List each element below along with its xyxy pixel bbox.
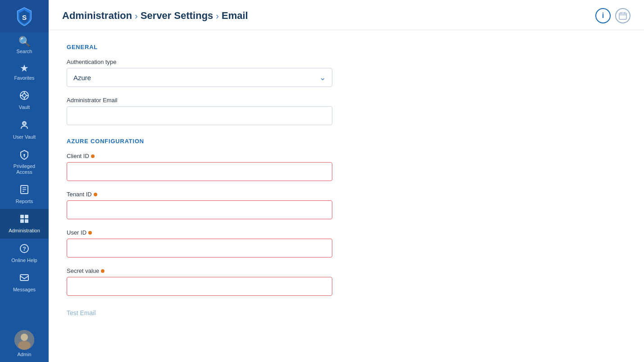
breadcrumb-server-settings: Server Settings xyxy=(141,10,213,22)
sidebar-item-label: Online Help xyxy=(11,258,37,263)
svg-text:?: ? xyxy=(23,245,26,252)
auth-type-group: Authentication type Azure Basic None ⌄ xyxy=(67,59,436,87)
user-id-label: User ID xyxy=(67,229,436,236)
user-id-group: User ID xyxy=(67,229,436,258)
client-id-group: Client ID xyxy=(67,153,436,181)
sidebar-item-online-help[interactable]: ? Online Help xyxy=(0,239,49,268)
sidebar-item-vault[interactable]: Vault xyxy=(0,86,49,115)
svg-point-2 xyxy=(23,94,26,97)
breadcrumb: Administration › Server Settings › Email xyxy=(62,10,248,22)
sidebar-item-label: PrivilegedAccess xyxy=(14,163,35,175)
azure-section-title: AZURE CONFIGURATION xyxy=(67,138,436,145)
tenant-id-input[interactable] xyxy=(67,200,332,219)
secret-value-label: Secret value xyxy=(67,267,436,274)
svg-point-8 xyxy=(23,122,25,124)
vault-icon xyxy=(19,90,30,103)
sidebar-item-favorites[interactable]: ★ Favorites xyxy=(0,59,49,86)
tenant-id-label: Tenant ID xyxy=(67,191,436,198)
form-content: GENERAL Authentication type Azure Basic … xyxy=(49,30,454,330)
svg-point-9 xyxy=(23,154,25,156)
sidebar-item-label: User Vault xyxy=(13,134,36,140)
breadcrumb-email: Email xyxy=(222,10,248,22)
required-indicator xyxy=(91,154,95,158)
required-indicator xyxy=(88,231,92,235)
administration-icon xyxy=(19,213,30,226)
user-id-input[interactable] xyxy=(67,239,332,258)
main-content: Administration › Server Settings › Email… xyxy=(49,0,644,362)
search-icon: 🔍 xyxy=(18,37,31,47)
svg-text:S: S xyxy=(22,14,27,21)
sidebar-item-user-vault[interactable]: User Vault xyxy=(0,115,49,145)
sidebar-item-label: Messages xyxy=(13,287,36,293)
shield-icon xyxy=(19,149,30,162)
star-icon: ★ xyxy=(20,63,29,73)
svg-rect-15 xyxy=(20,215,24,218)
auth-type-label: Authentication type xyxy=(67,59,436,65)
sidebar-item-messages[interactable]: Messages xyxy=(0,268,49,297)
svg-rect-21 xyxy=(20,275,28,281)
breadcrumb-sep-2: › xyxy=(216,11,219,21)
admin-email-input[interactable] xyxy=(67,106,332,125)
sidebar-item-search[interactable]: 🔍 Search xyxy=(0,32,49,59)
sidebar-item-reports[interactable]: Reports xyxy=(0,180,49,209)
sidebar-item-label: Administration xyxy=(9,228,40,234)
required-indicator xyxy=(94,193,97,196)
svg-point-24 xyxy=(18,341,31,350)
sidebar: S 🔍 Search ★ Favorites Vault xyxy=(0,0,49,362)
secret-value-group: Secret value xyxy=(67,267,436,296)
client-id-input[interactable] xyxy=(67,162,332,181)
azure-section: AZURE CONFIGURATION Client ID Tenant ID … xyxy=(67,138,436,317)
sidebar-item-privileged-access[interactable]: PrivilegedAccess xyxy=(0,145,49,180)
svg-rect-18 xyxy=(25,219,28,223)
secret-value-input[interactable] xyxy=(67,277,332,296)
info-button[interactable]: i xyxy=(595,8,611,23)
svg-rect-16 xyxy=(25,215,28,218)
test-email-button[interactable]: Test Email xyxy=(67,309,96,317)
top-bar: Administration › Server Settings › Email… xyxy=(49,0,644,30)
sidebar-item-label: Favorites xyxy=(14,75,34,81)
svg-rect-25 xyxy=(619,13,626,19)
auth-type-select-wrapper: Azure Basic None ⌄ xyxy=(67,68,332,87)
sidebar-item-label: Reports xyxy=(16,199,33,204)
sidebar-item-administration[interactable]: Administration xyxy=(0,209,49,238)
required-indicator xyxy=(101,269,104,273)
help-icon: ? xyxy=(19,243,30,256)
messages-icon xyxy=(19,272,30,285)
client-id-label: Client ID xyxy=(67,153,436,159)
sidebar-item-admin[interactable]: Admin xyxy=(0,326,49,362)
svg-point-7 xyxy=(23,122,26,125)
sidebar-item-label: Search xyxy=(17,49,32,54)
svg-point-23 xyxy=(21,334,28,341)
admin-email-group: Administrator Email xyxy=(67,97,436,125)
calendar-button[interactable] xyxy=(615,8,630,23)
top-bar-actions: i xyxy=(595,8,630,23)
admin-email-label: Administrator Email xyxy=(67,97,436,104)
auth-type-select[interactable]: Azure Basic None xyxy=(67,68,332,87)
sidebar-item-label: Vault xyxy=(19,104,30,110)
breadcrumb-administration: Administration xyxy=(62,10,132,22)
user-vault-icon xyxy=(19,120,30,132)
general-section-title: GENERAL xyxy=(67,44,436,50)
sidebar-item-label: Admin xyxy=(17,352,31,357)
general-section: GENERAL Authentication type Azure Basic … xyxy=(67,44,436,125)
tenant-id-group: Tenant ID xyxy=(67,191,436,219)
avatar xyxy=(14,330,34,350)
app-logo: S xyxy=(0,0,49,32)
reports-icon xyxy=(19,184,30,197)
breadcrumb-sep-1: › xyxy=(135,11,138,21)
svg-rect-17 xyxy=(20,219,24,223)
